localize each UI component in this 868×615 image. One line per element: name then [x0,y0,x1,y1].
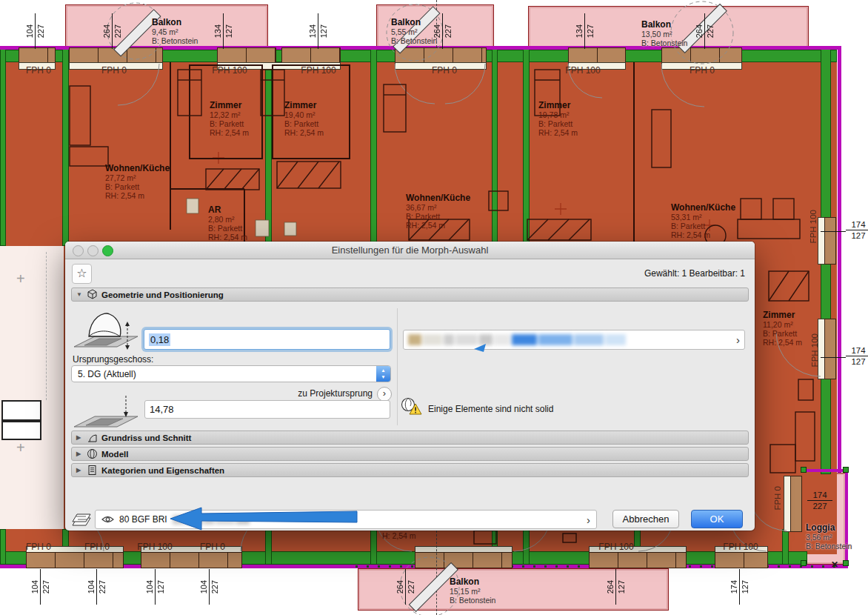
room-label: Wohnen/Küche36,67 m² B: ParkettRH: 2,54 … [406,193,470,230]
disclosure-open-icon: ▼ [76,291,83,298]
fph-label: FPH 0 [84,542,110,552]
room-label-partial: H: 2,54 m [382,531,416,540]
grid-cross: + [16,271,25,286]
categories-section-icon [87,465,98,476]
dialog-title: Einstellungen für die Morph-Auswahl [332,245,489,256]
section-label: Kategorien und Eigenschaften [101,466,224,475]
dimension: 134127 [213,13,233,49]
stair-element [1,400,41,421]
fph-label: FPH 0 [26,65,51,76]
dimension: 174227 [806,491,834,511]
screenshot-stage: Zimmer12,32 m² B: ParkettRH: 2,54 m Zimm… [0,0,868,615]
section-label: Grundriss und Schnitt [101,433,191,442]
redacted-content [408,334,626,345]
section-header-geometry[interactable]: ▼ Geometrie und Positionierung [71,287,749,302]
ok-button[interactable]: OK [691,510,743,528]
dropdown-stepper-icon[interactable]: ▲▼ [376,366,390,382]
panel-divider [397,308,398,425]
minimize-window-button [87,245,99,256]
height-input[interactable]: 0,18 [144,329,390,350]
origin-story-value: 5. DG (Aktuell) [78,369,136,379]
to-project-origin-button[interactable]: › [377,387,392,402]
balcony-label: Balkon9,45 m² B: Betonstein [152,18,198,45]
fph-label: FPH 100 [301,65,335,76]
room-label: Wohnen/Küche53,31 m² B: ParkettRH: 2,54 … [671,203,735,239]
dimension: 174127 [730,569,750,605]
dimension: 264227 [395,569,415,605]
elevation-value: 14,78 [150,404,174,415]
fph-label: FPH 0 [101,65,127,76]
elevation-input[interactable]: 14,78 [144,400,390,419]
section-label: Geometrie und Positionierung [101,290,224,299]
grid-cross: + [16,440,25,455]
reference-field-blurred[interactable]: › [403,330,745,350]
room-label: Zimmer12,32 m² B: ParkettRH: 2,54 m [210,101,249,137]
selection-x-mark: ✕ [831,559,838,570]
dimension: 104127 [145,569,165,605]
selection-handle[interactable] [843,560,849,566]
dimension: 264227 [102,13,122,49]
dialog-titlebar[interactable]: Einstellungen für die Morph-Auswahl [65,242,755,259]
fph-label: FPH 0 [690,65,715,76]
selection-handle[interactable] [843,467,849,473]
fph-label: FPH 100 [137,542,172,552]
fph-label: FPH 100 [212,65,247,76]
dimension-leader [821,231,846,232]
selection-status: Gewählt: 1 Bearbeitbar: 1 [644,268,745,279]
chevron-right-icon: › [383,388,386,399]
dimension: 264127 [606,569,626,605]
dimension: 174127 [844,346,868,366]
fph-label: FPH 0 [200,542,225,552]
dimension: 104227 [199,569,219,605]
origin-story-dropdown[interactable]: 5. DG (Aktuell) ▲▼ [71,365,391,382]
dimension: 104227 [87,569,107,605]
dimension-leader [821,357,846,358]
fph-label: FPH 0 [773,486,782,511]
layer-value: 80 BGF BRI [119,514,167,525]
to-project-origin-label: zu Projektursprung [236,388,373,399]
elevation-icon [73,394,141,430]
section-label: Modell [101,450,128,459]
origin-story-label: Ursprungsgeschoss: [73,354,153,365]
room-label: Zimmer19,40 m² B: ParkettRH: 2,54 m [284,101,324,137]
plan-fade [0,246,64,529]
section-header-model[interactable]: ▶ Modell [71,447,749,461]
height-value: 0,18 [149,333,170,346]
fph-label: FPH 100 [565,65,600,76]
dimension: 264227 [433,13,453,49]
layers-icon [71,511,92,527]
blue-arrow-annotation [163,502,363,535]
fph-label: FPH 100 [723,542,758,552]
morph-height-icon [73,308,141,351]
room-label: Wohnen/Küche27,72 m² B: ParkettRH: 2,54 … [105,164,170,200]
dimension: 134127 [575,13,595,49]
chevron-right-icon[interactable]: › [587,514,590,525]
balcony-label: Balkon13,50 m² B: Betonstein [641,20,687,47]
morph-settings-dialog: Einstellungen für die Morph-Auswahl ☆ Ge… [65,242,755,531]
cancel-button[interactable]: Abbrechen [612,510,679,528]
fph-label: FPH 100 [810,333,819,367]
fph-label: FPH 0 [26,542,51,552]
eye-icon [101,515,114,524]
faded-line [46,252,47,400]
fph-label: FPH 100 [598,542,633,552]
section-header-plan[interactable]: ▶ Grundriss und Schnitt [71,430,749,445]
zoom-window-button[interactable] [102,245,113,256]
warning-text: Einige Elemente sind nicht solid [428,404,553,414]
section-header-categories[interactable]: ▶ Kategorien und Eigenschaften [71,463,749,477]
balcony-label: Balkon15,15 m² B: Betonstein [450,577,495,605]
selection-handle[interactable] [801,560,807,566]
room-label: AR2,80 m² B: ParkettRH: 2,54 m [208,205,247,242]
favorites-button[interactable]: ☆ [72,264,92,284]
room-label: Zimmer19,78 m² B: ParkettRH: 2,54 m [538,101,578,137]
dimension: 104227 [30,569,50,605]
selection-handle[interactable] [801,467,807,473]
dimension: 134127 [308,13,328,49]
disclosure-closed-icon: ▶ [76,434,83,441]
fph-label: FPH 0 [432,65,457,76]
chevron-right-icon[interactable]: › [736,334,740,345]
star-icon: ☆ [76,267,87,279]
dimension: 104227 [25,13,45,49]
close-window-button [73,245,84,256]
fph-label: FPH 100 [809,210,818,243]
